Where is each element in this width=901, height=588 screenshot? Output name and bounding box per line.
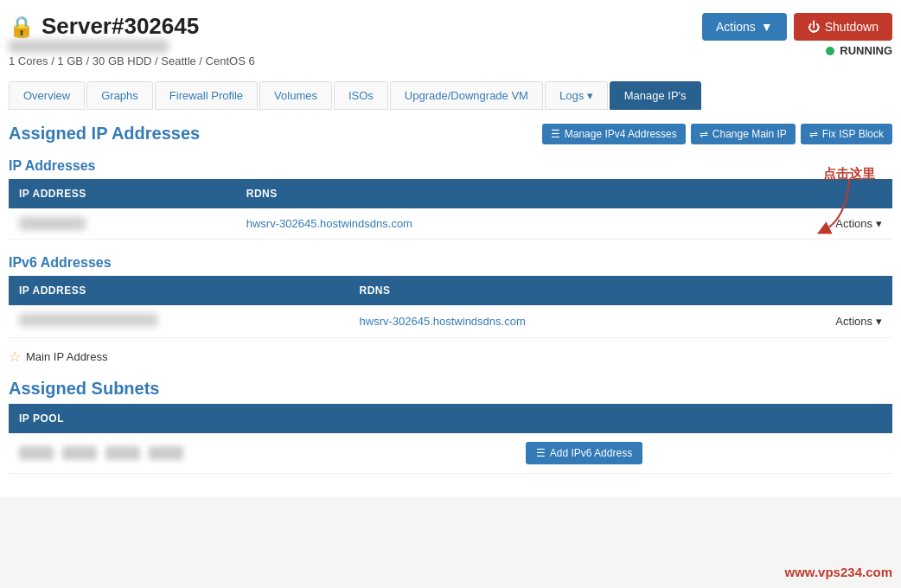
- assigned-ip-section: Assigned IP Addresses ☰ Manage IPv4 Addr…: [9, 124, 892, 474]
- tab-bar: Overview Graphs Firewall Profile Volumes…: [9, 81, 892, 110]
- change-main-ip-label: Change Main IP: [712, 128, 787, 140]
- server-specs: 1 Cores / 1 GB / 30 GB HDD / Seattle / C…: [9, 54, 255, 67]
- add-ipv6-label: Add IPv6 Address: [550, 447, 632, 459]
- ipv6-rdns-link[interactable]: hwsrv-302645.hostwindsdns.com: [360, 315, 526, 328]
- ipv4-rdns: hwsrv-302645.hostwindsdns.com: [236, 208, 719, 240]
- tab-firewall-profile[interactable]: Firewall Profile: [155, 81, 258, 110]
- ipv4-table: IP ADDRESS RDNS 163.149.33.● hwsrv-30264…: [9, 179, 892, 240]
- main-ip-label: Main IP Address: [26, 350, 107, 363]
- main-ip-legend: ☆ Main IP Address: [9, 348, 892, 365]
- subnets-title: Assigned Subnets: [9, 379, 892, 399]
- ipv4-actions-button[interactable]: Actions ▾: [835, 217, 882, 230]
- rdns-link[interactable]: hwsrv-302645.hostwindsdns.com: [246, 217, 412, 230]
- ipv6-col-rdns: RDNS: [349, 276, 749, 305]
- fix-isp-block-button[interactable]: ⇌ Fix ISP Block: [801, 124, 892, 144]
- shutdown-button[interactable]: ⏻ Shutdown: [794, 13, 892, 41]
- ipv6-rdns: hwsrv-302645.hostwindsdns.com: [349, 305, 749, 338]
- ipv6-address: [9, 305, 349, 338]
- table-row: hwsrv-302645.hostwindsdns.com Actions ▾: [9, 305, 892, 338]
- pool-col-action: [515, 404, 892, 433]
- exchange-icon: ⇌: [700, 128, 708, 140]
- tab-overview[interactable]: Overview: [9, 81, 85, 110]
- chevron-down-icon: ▾: [876, 315, 882, 328]
- change-main-ip-button[interactable]: ⇌ Change Main IP: [691, 124, 796, 144]
- manage-ipv4-button[interactable]: ☰ Manage IPv4 Addresses: [542, 124, 686, 144]
- ipv4-actions-cell: Actions ▾: [719, 208, 892, 240]
- shutdown-label: Shutdown: [825, 20, 879, 34]
- list-icon: ☰: [536, 447, 546, 459]
- assigned-ip-title: Assigned IP Addresses: [9, 124, 200, 144]
- fix-isp-label: Fix ISP Block: [822, 128, 884, 140]
- status-dot-icon: [826, 47, 834, 55]
- ipv4-col-ip: IP ADDRESS: [9, 179, 236, 208]
- ipv6-col-ip: IP ADDRESS: [9, 276, 349, 305]
- wrench-icon: ⇌: [809, 128, 818, 140]
- ipv6-actions-cell: Actions ▾: [749, 305, 892, 338]
- tab-manage-ips[interactable]: Manage IP's: [610, 81, 701, 110]
- add-ipv6-button[interactable]: ☰ Add IPv6 Address: [526, 442, 642, 464]
- ipv4-actions-label: Actions: [835, 217, 872, 230]
- ipv6-actions-label: Actions: [835, 315, 872, 328]
- pool-address: [9, 433, 515, 474]
- subnets-table: IP POOL: [9, 404, 892, 474]
- server-status: RUNNING: [702, 44, 892, 57]
- ipv6-subsection-title: IPv6 Addresses: [9, 255, 892, 271]
- ipv6-actions-button[interactable]: Actions ▾: [835, 315, 882, 328]
- list-icon: ☰: [551, 128, 560, 140]
- ipv6-section: IPv6 Addresses IP ADDRESS RDNS: [9, 255, 892, 338]
- power-icon: ⏻: [808, 20, 820, 34]
- actions-label: Actions: [716, 20, 756, 34]
- table-row: ☰ Add IPv6 Address: [9, 433, 892, 474]
- actions-button[interactable]: Actions ▼: [702, 13, 787, 41]
- server-hostname: ●●●●●●●●●●hostwindsdns.com: [9, 40, 255, 53]
- tab-volumes[interactable]: Volumes: [259, 81, 332, 110]
- ipv4-address: 163.149.33.●: [9, 208, 236, 240]
- ipv4-col-rdns: RDNS: [236, 179, 719, 208]
- ipv4-col-actions: [719, 179, 892, 208]
- star-icon: ☆: [9, 348, 21, 365]
- table-row: 163.149.33.● hwsrv-302645.hostwindsdns.c…: [9, 208, 892, 240]
- tab-graphs[interactable]: Graphs: [86, 81, 153, 110]
- status-text: RUNNING: [840, 44, 892, 57]
- ip-action-buttons: ☰ Manage IPv4 Addresses ⇌ Change Main IP…: [542, 124, 892, 144]
- subnets-section: Assigned Subnets IP POOL: [9, 379, 892, 474]
- lock-icon: 🔒: [9, 15, 35, 39]
- chevron-down-icon: ▾: [876, 217, 882, 230]
- tab-isos[interactable]: ISOs: [334, 81, 388, 110]
- tab-upgrade-downgrade[interactable]: Upgrade/Downgrade VM: [390, 81, 543, 110]
- pool-action-cell: ☰ Add IPv6 Address: [515, 433, 892, 474]
- server-title: Server#302645: [42, 13, 199, 40]
- ipv4-subsection-title: IP Addresses: [9, 158, 892, 174]
- pool-col-header: IP POOL: [9, 404, 515, 433]
- manage-ipv4-label: Manage IPv4 Addresses: [565, 128, 677, 140]
- ipv6-table: IP ADDRESS RDNS hwsrv-302645.hostwindsdn…: [9, 276, 892, 338]
- tab-logs[interactable]: Logs ▾: [545, 81, 608, 110]
- ipv6-col-actions: [749, 276, 892, 305]
- chevron-down-icon: ▼: [761, 20, 773, 34]
